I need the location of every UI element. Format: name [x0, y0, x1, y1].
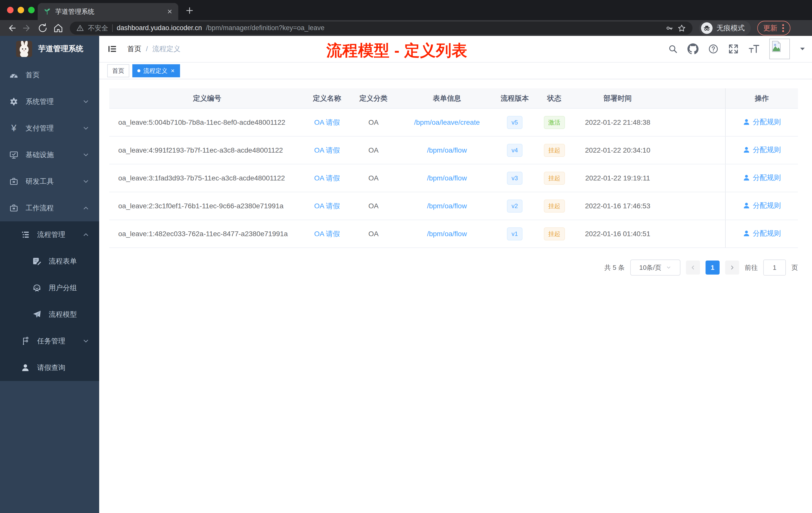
user-avatar[interactable] — [769, 39, 790, 59]
assign-rule-link[interactable]: 分配规则 — [743, 229, 781, 238]
tag-home[interactable]: 首页 — [107, 64, 129, 77]
tag-process-definition[interactable]: 流程定义 — [132, 64, 180, 77]
help-icon[interactable] — [708, 44, 719, 54]
tag-label: 流程定义 — [143, 67, 168, 75]
status-badge: 挂起 — [544, 172, 565, 185]
assign-rule-link[interactable]: 分配规则 — [743, 117, 781, 127]
window-minimize-button[interactable] — [18, 7, 24, 13]
definition-name-link[interactable]: OA 请假 — [314, 146, 340, 154]
url-host: dashboard.yudao.iocoder.cn — [117, 24, 202, 32]
active-tag-dot — [137, 69, 140, 72]
url-bar[interactable]: 不安全 dashboard.yudao.iocoder.cn/bpm/manag… — [70, 22, 693, 35]
form-info-link[interactable]: /bpm/oa/flow — [427, 230, 467, 238]
font-size-icon[interactable] — [748, 44, 760, 54]
sidebar: 芋道管理系统 首页系统管理¥支付管理基础设施研发工具工作流程流程管理流程表单用户… — [0, 36, 99, 513]
browser-tab[interactable]: 芋道管理系统 — [38, 3, 178, 20]
form-info-link[interactable]: /bpm/oa/flow — [427, 146, 467, 154]
sidebar-item-workflow[interactable]: 工作流程 — [0, 195, 99, 221]
sidebar-item-home[interactable]: 首页 — [0, 62, 99, 88]
sidebar-item-label: 支付管理 — [26, 123, 54, 133]
sidebar-item-label: 用户分组 — [49, 283, 77, 293]
main-area: 首页 / 流程定义 流程模型 - 定义列表 — [99, 36, 812, 513]
form-info-link[interactable]: /bpm/oa/flow — [427, 174, 467, 182]
action-cell: 分配规则 — [725, 164, 798, 192]
definition-name-link[interactable]: OA 请假 — [314, 118, 340, 126]
bookmark-star-icon[interactable] — [677, 24, 686, 32]
column-header-7: 操作 — [725, 88, 798, 109]
tag-close-icon[interactable] — [171, 68, 175, 73]
definition-category-cell: OA — [349, 164, 398, 192]
assign-rule-link[interactable]: 分配规则 — [743, 145, 781, 155]
assign-rule-link[interactable]: 分配规则 — [743, 201, 781, 210]
assign-rule-label: 分配规则 — [753, 145, 781, 155]
sidebar-item-user-group[interactable]: 用户分组 — [0, 275, 99, 301]
tab-close-icon[interactable] — [167, 8, 173, 14]
goto-page-input[interactable] — [763, 260, 786, 276]
assign-rule-link[interactable]: 分配规则 — [743, 173, 781, 182]
definition-name-cell: OA 请假 — [305, 136, 349, 164]
version-badge: v5 — [507, 116, 522, 129]
sidebar-item-process-management[interactable]: 流程管理 — [0, 221, 99, 248]
deploy-time-cell: 2022-01-22 20:34:10 — [575, 136, 660, 164]
search-icon[interactable] — [668, 44, 678, 54]
definition-id-cell: oa_leave:2:3c1f0ef1-76b1-11ec-9c66-a2380… — [109, 192, 305, 220]
sidebar-toggle-icon[interactable] — [107, 44, 117, 54]
definition-name-link[interactable]: OA 请假 — [314, 174, 340, 182]
forward-button[interactable] — [21, 22, 34, 35]
page-number-1[interactable]: 1 — [705, 261, 720, 275]
app-navbar: 首页 / 流程定义 流程模型 - 定义列表 — [99, 36, 812, 63]
column-header-0: 定义编号 — [109, 88, 305, 109]
form-info-cell: /bpm/oa/flow — [398, 136, 496, 164]
sidebar-item-label: 流程模型 — [49, 310, 77, 319]
sidebar-logo[interactable]: 芋道管理系统 — [0, 36, 99, 62]
browser-update-button[interactable]: 更新 — [757, 21, 790, 35]
reload-button[interactable] — [36, 22, 49, 35]
user-solid-icon — [743, 174, 750, 181]
filler-cell — [660, 192, 725, 220]
page-unit-label: 页 — [791, 263, 798, 272]
sidebar-item-process-model[interactable]: 流程模型 — [0, 301, 99, 328]
user-solid-icon — [743, 118, 750, 126]
form-info-link[interactable]: /bpm/oa/leave/create — [414, 118, 480, 126]
page-size-select[interactable]: 10条/页 — [630, 260, 680, 276]
browser-window: 芋道管理系统 不安全 dashboard.yudao.io — [0, 0, 812, 513]
prev-page-button[interactable] — [686, 261, 700, 275]
breadcrumb-home[interactable]: 首页 — [127, 44, 141, 54]
briefcase-icon — [9, 177, 19, 186]
next-page-button[interactable] — [725, 261, 739, 275]
chevron-down-icon — [82, 337, 90, 345]
sidebar-item-dev-tools[interactable]: 研发工具 — [0, 168, 99, 195]
not-secure-warning-icon[interactable] — [76, 24, 84, 32]
back-button[interactable] — [5, 22, 18, 35]
form-info-link[interactable]: /bpm/oa/flow — [427, 202, 467, 210]
github-icon[interactable] — [688, 43, 698, 55]
sidebar-item-label: 研发工具 — [26, 177, 54, 186]
app-frame: 芋道管理系统 首页系统管理¥支付管理基础设施研发工具工作流程流程管理流程表单用户… — [0, 36, 812, 513]
window-zoom-button[interactable] — [28, 7, 35, 13]
definition-id-cell: oa_leave:3:1fad3d93-7b75-11ec-a3c8-acde4… — [109, 164, 305, 192]
breadcrumb-current: 流程定义 — [152, 44, 180, 54]
assign-rule-label: 分配规则 — [753, 117, 781, 127]
sidebar-item-process-form[interactable]: 流程表单 — [0, 248, 99, 275]
definition-category-cell: OA — [349, 136, 398, 164]
sidebar-item-task-management[interactable]: 任务管理 — [0, 328, 99, 354]
definition-category-cell: OA — [349, 192, 398, 220]
user-solid-icon — [743, 230, 750, 237]
column-header-3: 表单信息 — [398, 88, 496, 109]
definition-id-cell: oa_leave:5:004b710b-7b8a-11ec-8ef0-acde4… — [109, 109, 305, 136]
sidebar-item-system-management[interactable]: 系统管理 — [0, 88, 99, 115]
window-close-button[interactable] — [7, 7, 13, 13]
table-row: oa_leave:1:482ec033-762a-11ec-8477-a2380… — [109, 220, 798, 248]
sidebar-item-leave-query[interactable]: 请假查询 — [0, 354, 99, 381]
sidebar-item-payment-management[interactable]: ¥支付管理 — [0, 115, 99, 142]
password-key-icon[interactable] — [665, 24, 673, 32]
table-row: oa_leave:5:004b710b-7b8a-11ec-8ef0-acde4… — [109, 109, 798, 136]
definition-name-link[interactable]: OA 请假 — [314, 202, 340, 210]
sidebar-item-infrastructure[interactable]: 基础设施 — [0, 142, 99, 168]
home-button[interactable] — [52, 22, 65, 35]
new-tab-button[interactable] — [184, 5, 195, 16]
browser-menu-icon[interactable] — [782, 24, 784, 33]
definition-name-link[interactable]: OA 请假 — [314, 230, 340, 238]
avatar-caret-down-icon[interactable] — [800, 47, 806, 51]
fullscreen-icon[interactable] — [728, 44, 739, 54]
